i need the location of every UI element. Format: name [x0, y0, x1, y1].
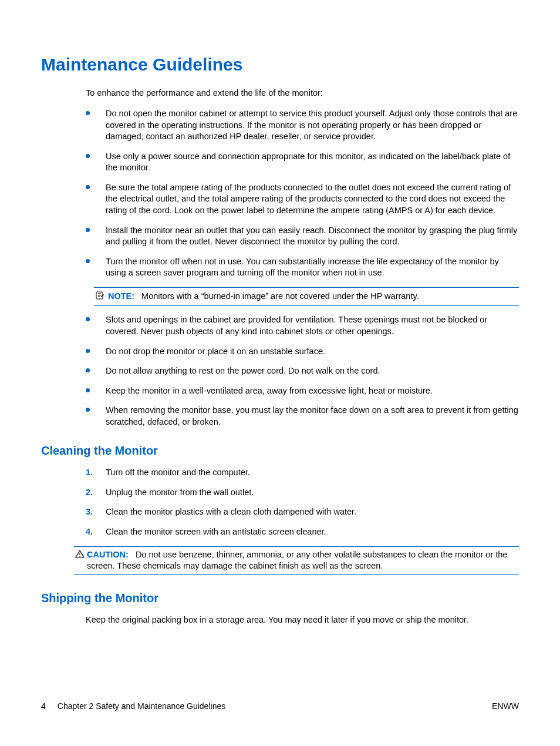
list-item: Turn the monitor off when not in use. Yo…: [86, 256, 519, 279]
note-text: Monitors with a “burned-in image” are no…: [141, 291, 419, 301]
caution-callout: CAUTION:Do not use benzene, thinner, amm…: [74, 546, 519, 575]
step-text: Turn off the monitor and the computer.: [106, 468, 250, 477]
cleaning-steps: 1.Turn off the monitor and the computer.…: [86, 467, 519, 537]
step-number: 4.: [86, 526, 93, 538]
caution-icon: [75, 550, 86, 562]
bullet-list-b: Slots and openings in the cabinet are pr…: [86, 314, 519, 428]
caution-label: CAUTION:: [87, 550, 129, 559]
intro-text: To enhance the performance and extend th…: [86, 88, 519, 99]
list-item: When removing the monitor base, you must…: [86, 405, 519, 428]
step-number: 2.: [86, 487, 93, 499]
note-icon: [95, 291, 106, 303]
note-label: NOTE:: [108, 291, 134, 301]
shipping-heading: Shipping the Monitor: [41, 590, 519, 606]
cleaning-heading: Cleaning the Monitor: [41, 443, 519, 459]
list-item: Do not drop the monitor or place it on a…: [86, 346, 519, 358]
list-item: Slots and openings in the cabinet are pr…: [86, 314, 519, 337]
step-text: Clean the monitor plastics with a clean …: [106, 507, 356, 516]
bullet-list-a: Do not open the monitor cabinet or attem…: [86, 108, 519, 279]
svg-point-5: [79, 556, 80, 557]
step-text: Clean the monitor screen with an antista…: [106, 527, 326, 536]
caution-text: Do not use benzene, thinner, ammonia, or…: [87, 550, 507, 571]
list-item: 3.Clean the monitor plastics with a clea…: [86, 506, 519, 518]
step-text: Unplug the monitor from the wall outlet.: [106, 488, 254, 497]
list-item: Use only a power source and connection a…: [86, 151, 519, 174]
list-item: Be sure the total ampere rating of the p…: [86, 182, 519, 217]
step-number: 1.: [86, 467, 93, 479]
page-number: 4: [41, 701, 46, 712]
chapter-label: Chapter 2 Safety and Maintenance Guideli…: [58, 701, 225, 712]
page-footer: 4 Chapter 2 Safety and Maintenance Guide…: [41, 701, 519, 712]
page-title: Maintenance Guidelines: [41, 53, 519, 77]
note-callout: NOTE:Monitors with a “burned-in image” a…: [94, 287, 519, 307]
list-item: 2.Unplug the monitor from the wall outle…: [86, 487, 519, 499]
list-item: Keep the monitor in a well-ventilated ar…: [86, 385, 519, 397]
list-item: Do not allow anything to rest on the pow…: [86, 365, 519, 377]
list-item: Install the monitor near an outlet that …: [86, 225, 519, 248]
locale-label: ENWW: [492, 701, 519, 712]
shipping-text: Keep the original packing box in a stora…: [86, 614, 519, 626]
step-number: 3.: [86, 506, 93, 518]
list-item: 4.Clean the monitor screen with an antis…: [86, 526, 519, 538]
list-item: 1.Turn off the monitor and the computer.: [86, 467, 519, 479]
list-item: Do not open the monitor cabinet or attem…: [86, 108, 519, 143]
